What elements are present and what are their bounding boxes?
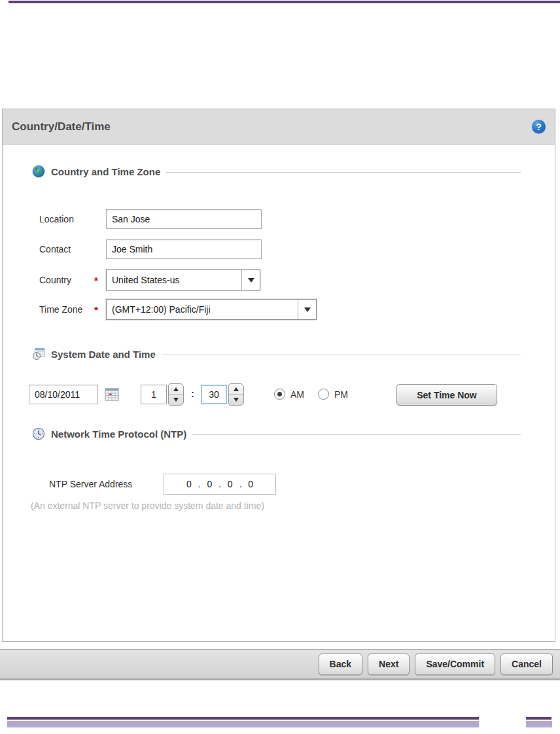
pm-radio[interactable]: [318, 389, 329, 400]
ntp-server-input[interactable]: [164, 474, 276, 495]
bottom-accent-bar-dark: [526, 717, 551, 720]
timezone-dropdown[interactable]: (GMT+12:00) Pacific/Fiji: [106, 299, 317, 320]
timezone-label: Time Zone: [39, 304, 94, 315]
dialog-header: Country/Date/Time ?: [3, 109, 555, 145]
chevron-down-icon[interactable]: [241, 270, 260, 290]
help-icon[interactable]: ?: [532, 120, 546, 133]
bottom-accent-bar-light: [7, 721, 479, 727]
timezone-required-marker: *: [94, 304, 106, 315]
section-divider: [162, 355, 521, 355]
country-dropdown[interactable]: United States-us: [106, 270, 260, 290]
location-row: Location: [39, 208, 262, 230]
hour-spinner: [141, 383, 184, 406]
hour-input[interactable]: [141, 385, 167, 404]
hour-down-button[interactable]: [169, 395, 183, 406]
contact-label: Contact: [39, 244, 94, 254]
ntp-hint-text: (An external NTP server to provide syste…: [31, 500, 264, 511]
country-row: Country * United States-us: [39, 269, 260, 291]
country-label: Country: [39, 275, 94, 285]
pm-radio-label: PM: [334, 389, 348, 400]
page: Country/Date/Time ? Country and Time Zon…: [0, 0, 560, 734]
minute-spin-buttons: [228, 383, 244, 406]
country-dropdown-value: United States-us: [107, 275, 180, 285]
ntp-section-title: Network Time Protocol (NTP): [51, 428, 186, 440]
footer-button-bar: Back Next Save/Commit Cancel: [0, 649, 560, 680]
section-divider: [192, 434, 521, 435]
ntp-server-label: NTP Server Address: [49, 479, 164, 489]
bottom-accent-bar-dark: [7, 717, 479, 720]
minute-up-button[interactable]: [229, 384, 243, 395]
country-required-marker: *: [94, 275, 106, 286]
globe-icon: [32, 165, 45, 178]
calendar-picker-icon[interactable]: [105, 387, 119, 401]
datetime-row: : AM PM Set Time Now: [3, 383, 555, 407]
timezone-row: Time Zone * (GMT+12:00) Pacific/Fiji: [39, 298, 317, 321]
ntp-server-row: NTP Server Address: [49, 473, 276, 495]
time-separator: :: [191, 388, 194, 399]
am-radio[interactable]: [274, 389, 285, 400]
minute-spinner: [201, 383, 244, 406]
save-commit-button[interactable]: Save/Commit: [415, 654, 495, 675]
bottom-accent-bar-light: [526, 721, 552, 727]
ntp-section-header: Network Time Protocol (NTP): [32, 427, 521, 441]
next-button[interactable]: Next: [368, 654, 410, 675]
hour-spin-buttons: [168, 383, 184, 406]
minute-input[interactable]: [201, 385, 227, 404]
system-datetime-section-header: System Date and Time: [32, 347, 521, 361]
am-radio-label: AM: [290, 389, 304, 400]
section-divider: [166, 172, 521, 173]
cancel-button[interactable]: Cancel: [500, 654, 553, 675]
contact-row: Contact: [39, 238, 262, 260]
location-label: Location: [39, 214, 94, 224]
system-datetime-section-title: System Date and Time: [51, 349, 156, 360]
dialog-title: Country/Date/Time: [12, 120, 111, 133]
country-timezone-section-title: Country and Time Zone: [51, 166, 160, 177]
country-date-time-dialog: Country/Date/Time ? Country and Time Zon…: [2, 109, 555, 642]
minute-down-button[interactable]: [229, 395, 243, 406]
back-button[interactable]: Back: [319, 654, 362, 675]
set-time-now-button[interactable]: Set Time Now: [396, 384, 497, 406]
chevron-down-icon[interactable]: [298, 300, 316, 319]
timezone-dropdown-value: (GMT+12:00) Pacific/Fiji: [107, 304, 211, 315]
location-input[interactable]: [106, 209, 262, 229]
calendar-clock-icon: [32, 347, 45, 360]
clock-icon: [32, 427, 45, 440]
hour-up-button[interactable]: [169, 384, 183, 395]
date-input[interactable]: [29, 385, 98, 404]
country-timezone-section-header: Country and Time Zone: [32, 164, 521, 179]
top-accent-bar: [9, 1, 560, 3]
contact-input[interactable]: [106, 239, 262, 259]
